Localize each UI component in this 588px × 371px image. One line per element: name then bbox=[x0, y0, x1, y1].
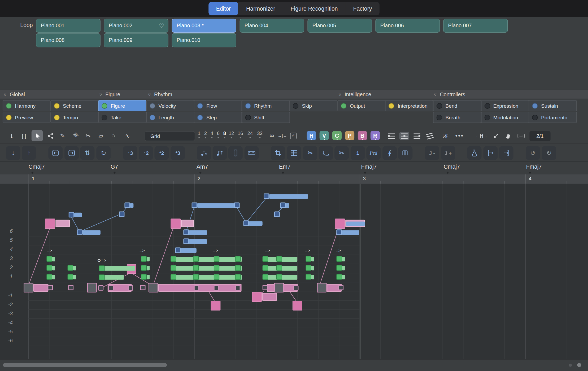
ruler-button[interactable] bbox=[245, 146, 259, 160]
chord-note-handle[interactable] bbox=[263, 265, 268, 271]
fit-horizontal-icon[interactable]: ←H→ bbox=[476, 130, 489, 141]
chord-note-handle[interactable] bbox=[193, 256, 199, 262]
param-skip[interactable]: Skip bbox=[290, 100, 338, 111]
melody-note-handle[interactable] bbox=[280, 203, 286, 208]
param-output[interactable]: Output bbox=[337, 100, 385, 111]
melody-note[interactable] bbox=[346, 222, 365, 226]
loop-item-piano-008[interactable]: Piano.008 bbox=[36, 33, 101, 47]
pedal-curve-button[interactable] bbox=[319, 146, 333, 160]
bass-note[interactable] bbox=[181, 220, 194, 227]
param-shift[interactable]: Shift bbox=[242, 112, 290, 123]
chord-note-handle[interactable] bbox=[214, 256, 219, 262]
chord-note-handle[interactable] bbox=[141, 274, 147, 280]
melody-note[interactable] bbox=[249, 221, 263, 226]
note-anchor[interactable] bbox=[48, 285, 53, 290]
cycle-button[interactable]: ↻ bbox=[96, 146, 111, 160]
param-rhythm[interactable]: Rhythm bbox=[242, 100, 290, 111]
param-bend[interactable]: Bend bbox=[433, 100, 481, 111]
timeline-ruler[interactable]: 1234 bbox=[0, 174, 588, 185]
figure-note[interactable] bbox=[211, 301, 221, 311]
accidentals-icon[interactable]: ♭♯ bbox=[442, 130, 452, 141]
nudge-right-button[interactable] bbox=[64, 146, 79, 160]
export-right-button[interactable] bbox=[499, 146, 513, 160]
melody-note-handle[interactable] bbox=[243, 220, 249, 226]
chord-note-handle[interactable] bbox=[214, 274, 219, 280]
figure-note[interactable] bbox=[252, 292, 262, 302]
chord-note-handle[interactable] bbox=[214, 265, 219, 271]
selected-note-anchor[interactable] bbox=[317, 283, 327, 293]
tab-figure-recognition[interactable]: Figure Recognition bbox=[283, 2, 345, 15]
selected-note-anchor[interactable] bbox=[274, 283, 284, 293]
chord-note[interactable] bbox=[171, 266, 242, 270]
melody-note-handle[interactable] bbox=[183, 229, 189, 235]
chord-note-handle[interactable] bbox=[336, 265, 342, 271]
infinity-toggle[interactable]: ∞ bbox=[268, 130, 276, 141]
param-step[interactable]: Step bbox=[194, 112, 242, 123]
param-sustain[interactable]: Sustain bbox=[529, 100, 577, 111]
melody-note[interactable] bbox=[189, 230, 207, 235]
section-rhythm[interactable]: ▽Rhythm bbox=[148, 90, 172, 99]
loop-item-piano-010[interactable]: Piano.010 bbox=[172, 33, 236, 47]
melody-note-handle[interactable] bbox=[69, 212, 74, 217]
chord-note-handle[interactable] bbox=[336, 274, 342, 280]
erase-tool-icon[interactable]: ▱ bbox=[95, 130, 106, 141]
chord-note[interactable] bbox=[342, 257, 345, 261]
connect-tool-icon[interactable] bbox=[45, 130, 56, 141]
melody-note-handle[interactable] bbox=[336, 229, 342, 235]
chord-note-handle[interactable] bbox=[171, 265, 176, 271]
matrix-button[interactable] bbox=[287, 146, 301, 160]
sort-descending-button[interactable] bbox=[197, 146, 211, 160]
chord-anchor-dot[interactable] bbox=[114, 172, 115, 174]
chord-note-handle[interactable] bbox=[336, 256, 342, 262]
split-tool-icon[interactable]: ✂ bbox=[82, 130, 94, 141]
param-harmony[interactable]: Harmony bbox=[3, 100, 51, 111]
melody-note[interactable] bbox=[82, 230, 101, 235]
more-options-icon[interactable]: ••• bbox=[455, 130, 466, 141]
nudge-left-button[interactable] bbox=[48, 146, 63, 160]
loop-item-piano-006[interactable]: Piano.006 bbox=[375, 19, 440, 33]
chord-note-handle[interactable] bbox=[193, 265, 199, 271]
selected-note-anchor[interactable] bbox=[24, 283, 33, 293]
grid-value-24[interactable]: 24 bbox=[246, 130, 254, 141]
split-notes-button[interactable]: ✂ bbox=[334, 146, 349, 160]
melody-note[interactable] bbox=[189, 239, 207, 244]
loop-item-piano-002[interactable]: Piano.002♡ bbox=[104, 19, 168, 33]
note-style-2-icon[interactable] bbox=[399, 132, 409, 140]
crop-button[interactable] bbox=[271, 146, 285, 160]
chord-anchor-dot[interactable] bbox=[32, 172, 33, 174]
note-anchor[interactable] bbox=[68, 285, 73, 290]
melody-note-handle[interactable] bbox=[183, 238, 189, 244]
chord-note-handle[interactable] bbox=[193, 274, 199, 280]
chord-note-handle[interactable] bbox=[263, 274, 268, 280]
melody-note-handle[interactable] bbox=[192, 203, 197, 208]
note-anchor[interactable] bbox=[293, 285, 299, 291]
melody-note[interactable] bbox=[130, 203, 134, 208]
figure-note[interactable] bbox=[335, 219, 345, 229]
param-breath[interactable]: Breath bbox=[433, 112, 481, 123]
track-r-button[interactable]: R bbox=[371, 131, 380, 140]
mul2-button[interactable]: *2 bbox=[155, 146, 169, 160]
sort-ascending-button[interactable] bbox=[213, 146, 227, 160]
tab-harmonizer[interactable]: Harmonizer bbox=[239, 2, 283, 15]
chord-anchor-dot[interactable] bbox=[529, 172, 531, 174]
chord-note-handle[interactable] bbox=[99, 274, 104, 280]
param-expression[interactable]: Expression bbox=[481, 100, 529, 111]
chord-note-handle[interactable] bbox=[235, 265, 241, 271]
glue-notes-button[interactable]: ✂ bbox=[303, 146, 317, 160]
section-global[interactable]: ▽Global bbox=[4, 90, 25, 99]
param-interpretation[interactable]: Interpretation bbox=[385, 100, 433, 111]
figure-note[interactable] bbox=[45, 219, 55, 229]
note-anchor[interactable] bbox=[194, 285, 199, 291]
chord-note-handle[interactable] bbox=[68, 265, 73, 271]
melody-note-handle[interactable] bbox=[175, 247, 181, 253]
chord-note-handle[interactable] bbox=[276, 274, 282, 280]
chord-note-handle[interactable] bbox=[263, 256, 268, 262]
loop-item-piano-004[interactable]: Piano.004 bbox=[239, 19, 304, 33]
range-tool-icon[interactable]: [ ] bbox=[18, 130, 29, 141]
melody-note[interactable] bbox=[181, 248, 196, 253]
page-dot-2[interactable] bbox=[577, 363, 581, 367]
piano-grid[interactable]: 654321-1-2-3-4-5-6 bbox=[0, 184, 588, 359]
chord-note[interactable] bbox=[311, 266, 314, 270]
param-length[interactable]: Length bbox=[146, 112, 194, 123]
track-c-button[interactable]: C bbox=[332, 131, 342, 140]
